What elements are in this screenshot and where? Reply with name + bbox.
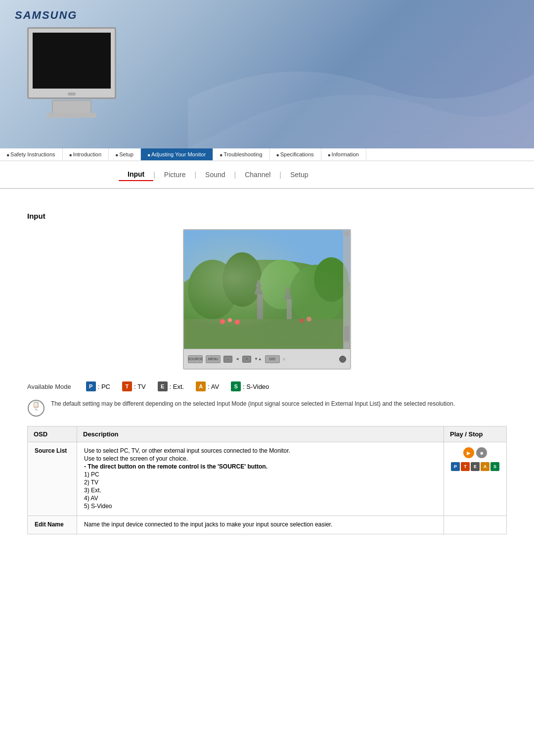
osd-source-list: Source List	[28, 442, 77, 516]
desc-line-8: 5) S-Video	[84, 503, 437, 510]
nav-specifications[interactable]: Specifications	[270, 148, 321, 160]
available-mode-label: Available Mode	[27, 383, 71, 390]
nav-intro[interactable]: Introduction	[63, 148, 109, 160]
desc-line-4: 1) PC	[84, 471, 437, 478]
table-header-row: OSD Description Play / Stop	[28, 426, 507, 442]
svg-marker-10	[256, 280, 262, 287]
nav-bar: Safety Instructions Introduction Setup A…	[0, 148, 534, 161]
source-button[interactable]: SOURCE	[188, 355, 203, 363]
table-row: Edit Name Name the input device connecte…	[28, 516, 507, 534]
ext-label: : Ext.	[170, 383, 184, 390]
badge-row: P T E A S	[451, 462, 499, 471]
tv-icon: T	[122, 381, 132, 391]
available-mode-row: Available Mode P : PC T : TV E : Ext. A …	[27, 381, 507, 391]
notice-text: The default setting may be different dep…	[51, 399, 455, 408]
play-edit-name	[444, 516, 507, 534]
svg-rect-7	[184, 319, 350, 349]
mode-pc: P : PC	[86, 381, 110, 391]
play-buttons: ▶ ■	[463, 447, 487, 458]
pc-label: : PC	[98, 383, 110, 390]
pc-icon: P	[86, 381, 96, 391]
av-label: : AV	[208, 383, 219, 390]
svg-point-3	[222, 252, 262, 307]
nav-safety[interactable]: Safety Instructions	[0, 148, 63, 160]
svg-rect-0	[184, 230, 350, 349]
section-title: Input	[27, 212, 507, 220]
svg-point-15	[228, 318, 232, 322]
sv-icon: S	[231, 381, 241, 391]
tab-sound[interactable]: Sound	[196, 169, 234, 181]
svg-text:✎: ✎	[35, 408, 38, 412]
svg-point-17	[300, 319, 304, 323]
tab-setup[interactable]: Setup	[281, 169, 317, 181]
tv-label: : TV	[134, 383, 146, 390]
sv-label: : S-Video	[243, 383, 269, 390]
desc-line-5: 2) TV	[84, 479, 437, 486]
col-osd: OSD	[28, 426, 77, 442]
tab-input[interactable]: Input	[119, 168, 153, 181]
osd-edit-name: Edit Name	[28, 516, 77, 534]
ext-icon: E	[158, 381, 168, 391]
play-icons: ▶ ■ P T E A S	[451, 447, 499, 471]
badge-e: E	[471, 462, 480, 471]
svg-rect-11	[287, 299, 292, 319]
desc-line-1: Use to select PC, TV, or other external …	[84, 447, 437, 454]
tab-picture[interactable]: Picture	[155, 169, 195, 181]
plus-button[interactable]: +	[242, 356, 251, 363]
table-row: Source List Use to select PC, TV, or oth…	[28, 442, 507, 516]
desc-line-6: 3) Ext.	[84, 487, 437, 494]
nav-information[interactable]: Information	[321, 148, 366, 160]
badge-s: S	[490, 462, 499, 471]
col-description: Description	[77, 426, 444, 442]
garden-scene	[184, 230, 350, 349]
minus-button[interactable]: -	[223, 356, 232, 363]
sub-nav: Input | Picture | Sound | Channel | Setu…	[0, 161, 534, 189]
monitor-display-area: SOURCE MENU - ◄ + ▼▲ D/D ⌂	[27, 229, 507, 370]
nav-troubleshooting[interactable]: Troubleshooting	[213, 148, 270, 160]
svg-point-14	[220, 319, 225, 324]
svg-text:📋: 📋	[33, 401, 40, 408]
desc-line-2: Use to select the screen of your choice.	[84, 455, 437, 462]
svg-point-5	[289, 265, 344, 324]
desc-line-3: - The direct button on the remote contro…	[84, 463, 437, 470]
dd-button[interactable]: D/D	[265, 355, 280, 363]
svg-point-18	[307, 317, 312, 322]
edit-desc-line-1: Name the input device connected to the i…	[84, 521, 437, 528]
power-indicator	[339, 356, 346, 363]
mode-av: A : AV	[196, 381, 219, 391]
av-icon: A	[196, 381, 206, 391]
svg-point-16	[235, 320, 240, 325]
svg-point-1	[184, 260, 350, 349]
col-playstop: Play / Stop	[444, 426, 507, 442]
monitor-screen	[184, 230, 350, 349]
monitor-controls: SOURCE MENU - ◄ + ▼▲ D/D ⌂	[184, 349, 350, 369]
monitor-display: SOURCE MENU - ◄ + ▼▲ D/D ⌂	[183, 229, 351, 370]
notice-row: 📋 ✎ The default setting may be different…	[27, 399, 507, 417]
play-btn-orange: ▶	[463, 447, 474, 458]
banner-decoration	[188, 0, 534, 148]
notice-icon: 📋 ✎	[27, 399, 45, 417]
svg-point-4	[260, 260, 304, 309]
svg-marker-12	[284, 293, 292, 299]
nav-setup[interactable]: Setup	[109, 148, 141, 160]
svg-marker-13	[285, 286, 290, 293]
nav-adjusting[interactable]: Adjusting Your Monitor	[141, 148, 213, 160]
svg-marker-9	[254, 287, 263, 294]
divider	[0, 189, 534, 189]
desc-edit-name: Name the input device connected to the i…	[77, 516, 444, 534]
svg-rect-8	[257, 294, 263, 319]
desc-line-7: 4) AV	[84, 495, 437, 502]
mode-svideo: S : S-Video	[231, 381, 269, 391]
samsung-logo: SAMSUNG	[15, 9, 77, 22]
mode-ext: E : Ext.	[158, 381, 184, 391]
play-source-list: ▶ ■ P T E A S	[444, 442, 507, 516]
badge-a: A	[481, 462, 490, 471]
info-table: OSD Description Play / Stop Source List …	[27, 426, 507, 534]
play-btn-gray: ■	[476, 447, 487, 458]
svg-point-2	[188, 260, 237, 319]
desc-source-list: Use to select PC, TV, or other external …	[77, 442, 444, 516]
page-body: Input	[0, 195, 534, 546]
mode-tv: T : TV	[122, 381, 146, 391]
tab-channel[interactable]: Channel	[236, 169, 279, 181]
menu-button[interactable]: MENU	[206, 355, 221, 363]
